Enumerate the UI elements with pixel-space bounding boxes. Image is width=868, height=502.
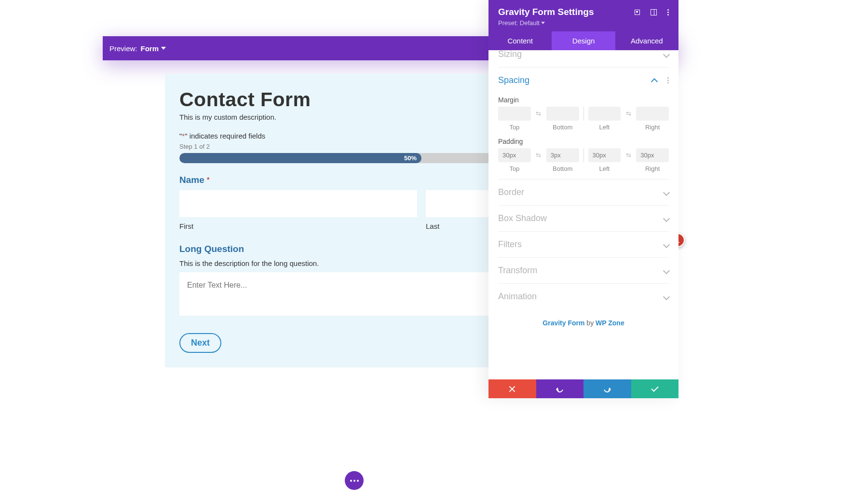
chevron-up-icon xyxy=(651,78,658,84)
tab-content[interactable]: Content xyxy=(488,31,552,50)
section-spacing: Spacing Margin Top ⇆ Bottom Left ⇆ Right… xyxy=(498,68,669,180)
panel-tabs: Content Design Advanced xyxy=(488,31,678,50)
preview-value: Form xyxy=(141,44,159,53)
section-transform[interactable]: Transform xyxy=(498,258,669,284)
preset-selector[interactable]: Preset: Default xyxy=(498,19,669,27)
undo-button[interactable] xyxy=(536,379,584,398)
section-box-shadow[interactable]: Box Shadow xyxy=(498,206,669,232)
close-icon xyxy=(509,386,515,392)
section-animation[interactable]: Animation xyxy=(498,284,669,309)
credit-author-link[interactable]: WP Zone xyxy=(596,319,624,327)
undo-icon xyxy=(555,384,564,393)
panel-actions xyxy=(488,379,678,398)
settings-panel: Gravity Form Settings Preset: Default Co… xyxy=(488,0,678,398)
link-icon[interactable]: ⇆ xyxy=(535,107,542,121)
margin-top-input[interactable] xyxy=(498,107,531,121)
chevron-down-icon xyxy=(663,241,670,248)
preview-label: Preview: xyxy=(109,44,137,53)
more-icon[interactable] xyxy=(667,77,669,84)
margin-bottom-input[interactable] xyxy=(546,107,579,121)
close-button[interactable] xyxy=(488,379,536,398)
chevron-down-icon xyxy=(663,293,670,300)
tab-advanced[interactable]: Advanced xyxy=(615,31,678,50)
caret-down-icon xyxy=(541,22,545,24)
divider xyxy=(583,148,584,162)
chevron-down-icon xyxy=(663,189,670,195)
caret-down-icon xyxy=(161,47,166,50)
padding-bottom-input[interactable] xyxy=(546,148,579,162)
section-border[interactable]: Border xyxy=(498,180,669,206)
panel-body: Sizing Spacing Margin Top ⇆ Bottom Left … xyxy=(488,50,678,377)
redo-icon xyxy=(603,384,612,393)
more-icon[interactable] xyxy=(667,9,669,15)
progress-fill: 50% xyxy=(179,153,421,163)
panel-header: Gravity Form Settings Preset: Default xyxy=(488,0,678,31)
tab-design[interactable]: Design xyxy=(552,31,615,50)
save-button[interactable] xyxy=(631,379,679,398)
credit-line: Gravity Form by WP Zone xyxy=(498,309,669,336)
section-sizing[interactable]: Sizing xyxy=(498,50,669,68)
panel-title: Gravity Form Settings xyxy=(498,7,594,17)
chevron-down-icon xyxy=(663,215,670,222)
divider xyxy=(583,107,584,121)
check-icon xyxy=(651,384,659,392)
margin-label: Margin xyxy=(498,96,669,104)
padding-top-input[interactable] xyxy=(498,148,531,162)
credit-name-link[interactable]: Gravity Form xyxy=(542,319,584,327)
padding-label: Padding xyxy=(498,138,669,145)
padding-left-input[interactable] xyxy=(588,148,621,162)
link-icon[interactable]: ⇆ xyxy=(625,148,632,162)
fab-more-button[interactable] xyxy=(345,471,364,490)
chevron-down-icon xyxy=(663,267,670,274)
columns-icon[interactable] xyxy=(651,9,657,15)
chevron-down-icon xyxy=(663,51,670,57)
first-sublabel: First xyxy=(179,222,417,230)
first-name-input[interactable] xyxy=(179,190,417,217)
link-icon[interactable]: ⇆ xyxy=(535,148,542,162)
margin-left-input[interactable] xyxy=(588,107,621,121)
section-filters[interactable]: Filters xyxy=(498,232,669,258)
expand-icon[interactable] xyxy=(635,10,640,15)
margin-right-input[interactable] xyxy=(636,107,669,121)
next-button[interactable]: Next xyxy=(179,333,221,353)
redo-button[interactable] xyxy=(583,379,631,398)
padding-right-input[interactable] xyxy=(636,148,669,162)
link-icon[interactable]: ⇆ xyxy=(625,107,632,121)
